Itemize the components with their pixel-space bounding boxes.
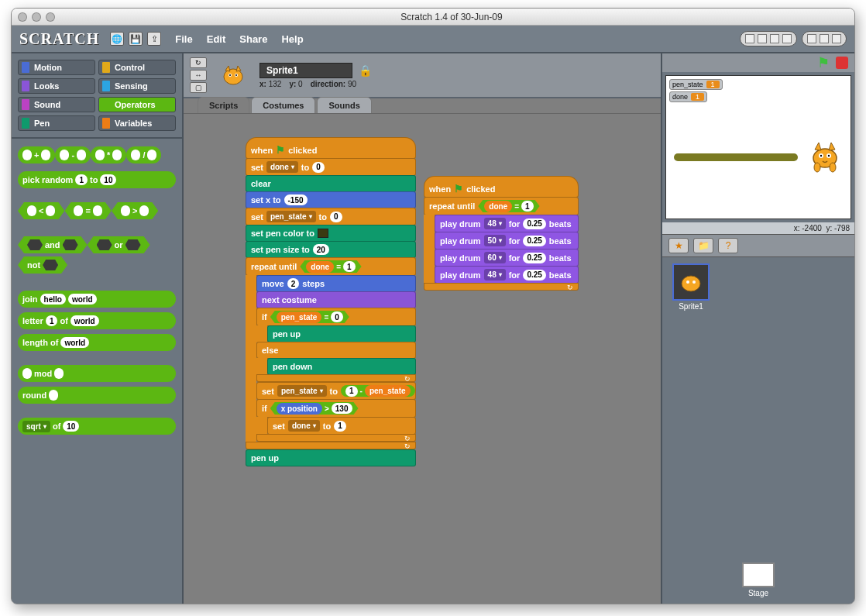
- tab-sounds[interactable]: Sounds: [317, 97, 371, 113]
- play-drum-block[interactable]: play drum60for0.25beats: [435, 249, 579, 267]
- green-flag-icon[interactable]: ⚑: [817, 54, 830, 71]
- close-icon[interactable]: [18, 12, 27, 22]
- menu-edit[interactable]: Edit: [207, 33, 226, 45]
- op-*-block[interactable]: *: [91, 146, 126, 163]
- sprite-header: ↻ ↔ ▢ Sprite1 🔒 x: 132 y: 0 direction:: [184, 53, 661, 98]
- length-of-block[interactable]: length of world: [18, 334, 176, 351]
- or-block[interactable]: or: [88, 236, 150, 253]
- svg-point-0: [224, 69, 242, 84]
- sprite-item-stage[interactable]: Stage: [736, 563, 781, 597]
- tabs: Scripts Costumes Sounds: [184, 97, 661, 113]
- menubar: SCRATCH 🌐 💾 ⇪ File Edit Share Help: [12, 26, 854, 53]
- logo: SCRATCH: [19, 30, 99, 48]
- palette-column: MotionControlLooksSensingSoundOperatorsP…: [12, 53, 184, 604]
- stop-icon[interactable]: [836, 57, 848, 69]
- menu-share[interactable]: Share: [239, 33, 267, 45]
- cmp-=-block[interactable]: =: [64, 202, 111, 219]
- and-block[interactable]: and: [18, 236, 88, 253]
- mod-block[interactable]: mod: [18, 365, 176, 382]
- category-grid: MotionControlLooksSensingSoundOperatorsP…: [12, 53, 182, 139]
- stage-sprite-cat[interactable]: [806, 136, 844, 178]
- play-drum-block[interactable]: play drum50for0.25beats: [435, 232, 579, 249]
- pick-random-block[interactable]: pick random 1 to 10: [18, 171, 176, 188]
- svg-point-3: [229, 74, 231, 76]
- play-drum-block[interactable]: play drum48for0.25beats: [435, 266, 579, 284]
- menu-help[interactable]: Help: [281, 33, 303, 45]
- right-column: ⚑ pen_state1 done1 x: -2400 y: -798: [662, 53, 854, 604]
- svg-point-9: [828, 155, 830, 157]
- stamp-tools[interactable]: [740, 31, 797, 46]
- rotate-any-icon[interactable]: ↻: [190, 57, 207, 68]
- window-controls: [18, 12, 55, 22]
- svg-point-13: [686, 280, 689, 284]
- monitor-pen-state: pen_state1: [669, 79, 723, 90]
- category-looks[interactable]: Looks: [18, 78, 95, 94]
- category-variables[interactable]: Variables: [98, 115, 176, 131]
- svg-point-8: [820, 155, 822, 157]
- paint-sprite-icon[interactable]: ★: [668, 238, 689, 253]
- svg-point-11: [830, 163, 836, 172]
- category-sound[interactable]: Sound: [18, 97, 95, 112]
- rotate-none-icon[interactable]: ▢: [190, 82, 207, 93]
- minimize-icon[interactable]: [32, 12, 41, 22]
- pen-drawing: [674, 153, 798, 161]
- cmp->-block[interactable]: >: [112, 202, 158, 219]
- globe-icon[interactable]: 🌐: [110, 32, 124, 46]
- cmp-<-block[interactable]: <: [18, 202, 64, 219]
- pen-color-swatch[interactable]: [318, 229, 328, 238]
- category-sensing[interactable]: Sensing: [98, 78, 176, 94]
- sprite-thumbnail: [215, 57, 252, 94]
- svg-point-10: [814, 163, 820, 172]
- round-block[interactable]: round: [18, 387, 176, 404]
- mouse-coords: x: -2400 y: -798: [662, 222, 854, 234]
- tab-costumes[interactable]: Costumes: [251, 97, 315, 113]
- sprite-list: Sprite1: [662, 257, 854, 556]
- play-drum-block[interactable]: play drum48for0.25beats: [435, 215, 579, 232]
- new-sprite-bar: ★ 📁 ?: [662, 234, 854, 257]
- op-/-block[interactable]: /: [126, 146, 161, 163]
- op---block[interactable]: -: [55, 146, 91, 163]
- op-+-block[interactable]: +: [18, 146, 55, 163]
- titlebar: Scratch 1.4 of 30-Jun-09: [12, 9, 854, 26]
- window-title: Scratch 1.4 of 30-Jun-09: [55, 12, 848, 22]
- block-palette: + - * / pick random 1 to 10 < = > and or…: [12, 139, 182, 604]
- center-column: ↻ ↔ ▢ Sprite1 🔒 x: 132 y: 0 direction:: [184, 53, 662, 604]
- category-pen[interactable]: Pen: [18, 115, 95, 131]
- zoom-icon[interactable]: [46, 12, 55, 22]
- script-stack-1[interactable]: when⚑clicked setdoneto0 clear set x to-1…: [246, 137, 416, 466]
- letter-of-block[interactable]: letter 1 of world: [18, 312, 176, 329]
- monitor-done: done1: [669, 91, 707, 102]
- random-sprite-icon[interactable]: ?: [718, 238, 738, 253]
- script-area[interactable]: when⚑clicked setdoneto0 clear set x to-1…: [184, 113, 661, 604]
- mathop-block[interactable]: sqrt of 10: [18, 418, 176, 435]
- menus: File Edit Share Help: [175, 33, 303, 45]
- hat-flag-clicked: when⚑clicked: [246, 137, 416, 159]
- category-motion[interactable]: Motion: [18, 60, 95, 75]
- choose-sprite-icon[interactable]: 📁: [693, 238, 713, 253]
- app-window: Scratch 1.4 of 30-Jun-09 SCRATCH 🌐 💾 ⇪ F…: [11, 8, 855, 604]
- svg-point-12: [682, 276, 700, 291]
- not-block[interactable]: not: [18, 256, 67, 274]
- stage[interactable]: pen_state1 done1: [665, 75, 851, 219]
- rotate-lr-icon[interactable]: ↔: [190, 70, 207, 81]
- save-icon[interactable]: 💾: [129, 32, 143, 46]
- sprite-name-input[interactable]: Sprite1: [259, 63, 352, 78]
- sprite-item-sprite1[interactable]: Sprite1: [668, 263, 713, 311]
- script-stack-2[interactable]: when⚑clicked repeat until done=1 play dr…: [424, 176, 579, 291]
- join-block[interactable]: join hello world: [18, 291, 176, 308]
- menu-file[interactable]: File: [175, 33, 192, 45]
- hat-flag-clicked-2: when⚑clicked: [424, 176, 579, 198]
- stage-controls: ⚑: [662, 53, 854, 72]
- svg-point-14: [692, 280, 696, 284]
- share-icon[interactable]: ⇪: [147, 32, 161, 46]
- tab-scripts[interactable]: Scripts: [198, 97, 249, 113]
- lock-icon[interactable]: 🔒: [359, 64, 372, 77]
- category-control[interactable]: Control: [98, 60, 176, 75]
- category-operators[interactable]: Operators: [98, 97, 176, 112]
- svg-point-4: [235, 74, 237, 76]
- view-tools[interactable]: [802, 31, 847, 46]
